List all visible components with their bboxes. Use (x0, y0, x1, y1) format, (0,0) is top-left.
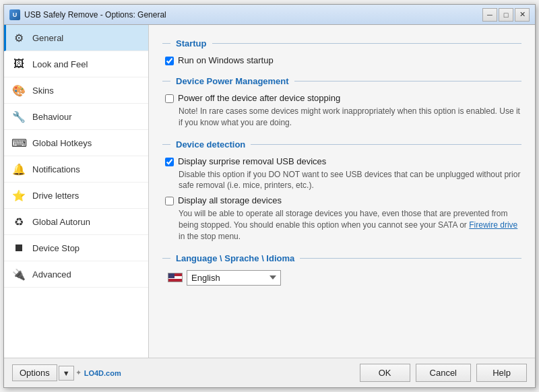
global-hotkeys-icon: ⌨ (11, 135, 27, 151)
minimize-button[interactable]: ─ (482, 8, 497, 22)
sidebar-item-general[interactable]: ⚙ General (4, 25, 148, 51)
display-all-note-part1: You will be able to operate all storage … (179, 209, 508, 230)
run-startup-checkbox[interactable] (165, 57, 174, 65)
options-dropdown-arrow[interactable]: ▼ (59, 366, 74, 381)
display-all-note-part2: in the stop menu. (179, 232, 241, 241)
device-detection-section-header: Device detection (162, 139, 521, 150)
options-button[interactable]: Options (12, 364, 57, 381)
language-line-left (162, 258, 170, 259)
ok-button[interactable]: OK (360, 364, 410, 382)
device-power-line-right (294, 81, 521, 81)
sidebar-item-notifications[interactable]: 🔔 Notifications (4, 156, 148, 183)
maximize-button[interactable]: □ (499, 8, 513, 22)
bottom-bar: Options ▼ ✦ LO4D.com OK Cancel Help (4, 358, 535, 387)
close-button[interactable]: ✕ (515, 8, 530, 22)
options-label: Options (20, 368, 50, 378)
display-all-note: You will be able to operate all storage … (179, 208, 521, 242)
language-line-right (300, 258, 521, 259)
sidebar-label-advanced: Advanced (32, 269, 71, 280)
language-dropdown-row: English Deutsch Español Français Italian… (168, 270, 521, 286)
sidebar-item-global-autorun[interactable]: ♻ Global Autorun (4, 209, 148, 235)
device-power-section-header: Device Power Management (162, 76, 521, 86)
display-surprise-note: Disable this option if you DO NOT want t… (179, 169, 521, 192)
watermark-text: ✦ (75, 368, 82, 377)
notifications-icon: 🔔 (11, 161, 27, 177)
cancel-button[interactable]: Cancel (416, 364, 471, 382)
sidebar-label-look-and-feel: Look and Feel (32, 59, 88, 69)
title-controls: ─ □ ✕ (482, 8, 530, 22)
sidebar-label-behaviour: Behaviour (32, 112, 72, 122)
sidebar-item-global-hotkeys[interactable]: ⌨ Global Hotkeys (4, 130, 148, 156)
display-surprise-label: Display surprise removal USB devices (178, 156, 326, 166)
language-title: Language \ Sprache \ Idioma (176, 253, 294, 263)
skins-icon: 🎨 (11, 82, 27, 98)
sidebar-label-global-hotkeys: Global Hotkeys (32, 138, 92, 148)
bottom-right: OK Cancel Help (360, 364, 527, 382)
sidebar-label-global-autorun: Global Autorun (32, 217, 90, 227)
power-off-checkbox[interactable] (165, 94, 174, 103)
watermark: ✦ LO4D.com (75, 368, 121, 377)
general-icon: ⚙ (11, 30, 27, 46)
run-startup-label: Run on Windows startup (178, 55, 274, 65)
sidebar-item-skins[interactable]: 🎨 Skins (4, 77, 148, 104)
device-power-title: Device Power Management (176, 76, 289, 86)
window-title: USB Safely Remove - Options: General (24, 10, 166, 20)
title-bar-left: U USB Safely Remove - Options: General (9, 9, 166, 20)
startup-title: Startup (176, 38, 207, 48)
app-icon: U (9, 9, 20, 20)
behaviour-icon: 🔧 (11, 108, 27, 125)
language-section-header: Language \ Sprache \ Idioma (162, 253, 521, 263)
sidebar: ⚙ General 🖼 Look and Feel 🎨 Skins 🔧 Beha… (4, 25, 149, 358)
main-window: U USB Safely Remove - Options: General ─… (3, 4, 536, 388)
device-power-line-left (162, 81, 170, 81)
sidebar-item-behaviour[interactable]: 🔧 Behaviour (4, 104, 148, 130)
language-content: English Deutsch Español Français Italian… (162, 270, 521, 286)
sidebar-label-device-stop: Device Stop (32, 243, 80, 253)
help-button[interactable]: Help (476, 364, 527, 382)
sidebar-item-advanced[interactable]: 🔌 Advanced (4, 261, 148, 288)
look-and-feel-icon: 🖼 (11, 56, 27, 72)
sidebar-item-look-and-feel[interactable]: 🖼 Look and Feel (4, 51, 148, 77)
display-surprise-checkbox[interactable] (165, 158, 174, 166)
bottom-left: Options ▼ ✦ LO4D.com (12, 364, 121, 381)
power-off-row: Power off the device after device stoppi… (165, 93, 521, 103)
language-select[interactable]: English Deutsch Español Français Italian… (187, 270, 281, 286)
device-stop-icon: ⏹ (11, 240, 27, 256)
sidebar-label-notifications: Notifications (32, 164, 80, 174)
firewire-link[interactable]: Firewire drive (469, 220, 517, 230)
device-detection-line-right (251, 144, 521, 145)
display-all-row: Display all storage devices (165, 195, 521, 205)
content-area: ⚙ General 🖼 Look and Feel 🎨 Skins 🔧 Beha… (4, 25, 535, 358)
flag-icon (168, 273, 183, 282)
sidebar-label-general: General (32, 33, 63, 43)
display-surprise-row: Display surprise removal USB devices (165, 156, 521, 166)
power-off-label: Power off the device after device stoppi… (178, 93, 340, 103)
display-all-checkbox[interactable] (165, 197, 174, 205)
device-power-content: Power off the device after device stoppi… (162, 93, 521, 129)
title-bar: U USB Safely Remove - Options: General ─… (4, 5, 535, 25)
device-detection-title: Device detection (176, 139, 245, 150)
display-all-label: Display all storage devices (178, 195, 282, 205)
run-startup-row: Run on Windows startup (165, 55, 521, 65)
sidebar-item-drive-letters[interactable]: ⭐ Drive letters (4, 183, 148, 209)
watermark-brand: LO4D.com (84, 369, 121, 377)
advanced-icon: 🔌 (11, 266, 27, 282)
global-autorun-icon: ♻ (11, 214, 27, 230)
sidebar-label-drive-letters: Drive letters (32, 191, 79, 201)
device-detection-content: Display surprise removal USB devices Dis… (162, 156, 521, 242)
power-off-note: Note! In rare cases some devices might w… (179, 106, 521, 129)
sidebar-label-skins: Skins (32, 86, 54, 96)
startup-line-right (212, 43, 522, 44)
startup-section-header: Startup (162, 38, 521, 48)
sidebar-item-device-stop[interactable]: ⏹ Device Stop (4, 235, 148, 261)
drive-letters-icon: ⭐ (11, 187, 27, 203)
device-detection-line-left (162, 144, 170, 145)
main-panel: Startup Run on Windows startup Device Po… (149, 25, 535, 358)
startup-line-left (162, 43, 170, 44)
startup-content: Run on Windows startup (162, 55, 521, 65)
